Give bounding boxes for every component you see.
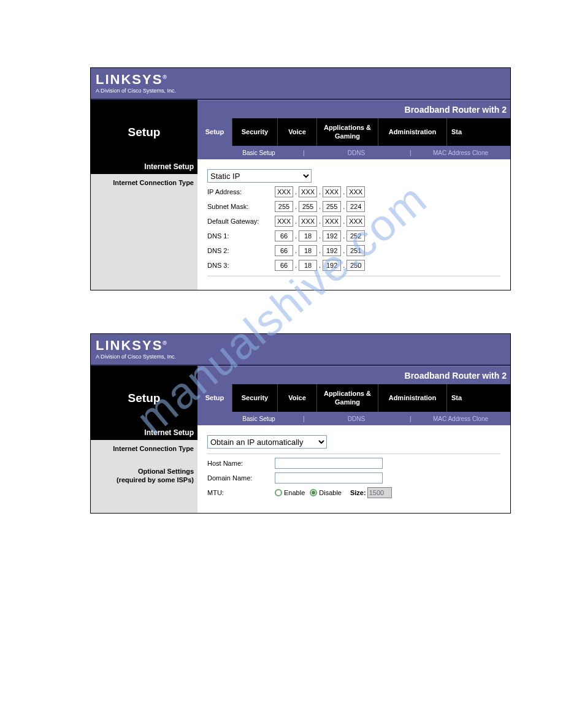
- dns2-octet-1[interactable]: [275, 245, 293, 256]
- main-column: Static IP IP Address: . . . Subnet Mask:: [197, 159, 510, 290]
- tab-applications-gaming[interactable]: Applications & Gaming: [316, 384, 378, 412]
- tab-applications-gaming[interactable]: Applications & Gaming: [316, 118, 378, 146]
- tab-status-truncated[interactable]: Sta: [446, 384, 466, 412]
- brand-subtitle: A Division of Cisco Systems, Inc.: [96, 354, 176, 360]
- dns2-octet-3[interactable]: [323, 245, 341, 256]
- label-connection-type: Internet Connection Type: [91, 174, 197, 189]
- divider-line: [207, 453, 500, 454]
- dns2-octet-4[interactable]: [347, 245, 365, 256]
- label-required-by-isps: (required by some ISPs): [91, 476, 197, 484]
- side-column: Internet Setup Internet Connection Type: [91, 159, 197, 290]
- dns3-octet-3[interactable]: [323, 260, 341, 271]
- label-optional-settings: Optional Settings: [91, 467, 197, 476]
- label-domain-name: Domain Name:: [207, 474, 275, 482]
- dns2-octet-2[interactable]: [299, 245, 317, 256]
- ip-address-octet-4[interactable]: [347, 186, 365, 197]
- label-dns1: DNS 1:: [207, 232, 275, 240]
- domain-name-input[interactable]: [275, 472, 383, 483]
- gateway-octet-1[interactable]: [275, 216, 293, 227]
- page-title: Setup: [91, 384, 197, 412]
- subnet-mask-octet-4[interactable]: [347, 201, 365, 212]
- label-subnet-mask: Subnet Mask:: [207, 203, 275, 210]
- dns1-octet-1[interactable]: [275, 230, 293, 241]
- brand-logo: LINKSYS® A Division of Cisco Systems, In…: [96, 339, 176, 360]
- subnav-spacer: [91, 412, 197, 425]
- tab-setup[interactable]: Setup: [197, 384, 232, 412]
- model-spacer: [91, 366, 197, 384]
- dns3-octet-4[interactable]: [347, 260, 365, 271]
- subnav-mac-clone[interactable]: MAC Address Clone: [411, 415, 510, 422]
- mtu-enable-label: Enable: [284, 489, 305, 496]
- radio-icon: [310, 489, 317, 496]
- host-name-input[interactable]: [275, 458, 383, 469]
- mtu-size-label: Size:: [350, 489, 366, 496]
- main-tabs: Setup Security Voice Applications & Gami…: [197, 384, 510, 412]
- router-panel-static-ip: LINKSYS® A Division of Cisco Systems, In…: [90, 67, 511, 290]
- brand-logo: LINKSYS® A Division of Cisco Systems, In…: [96, 73, 176, 94]
- subnav-ddns[interactable]: DDNS: [304, 415, 408, 422]
- mtu-size-input[interactable]: [367, 487, 392, 498]
- dns3-octet-2[interactable]: [299, 260, 317, 271]
- subnav: Basic Setup | DDNS | MAC Address Clone: [197, 146, 510, 159]
- subnet-mask-octet-3[interactable]: [323, 201, 341, 212]
- label-host-name: Host Name:: [207, 460, 275, 467]
- gateway-octet-4[interactable]: [347, 216, 365, 227]
- mtu-disable-label: Disable: [319, 489, 342, 496]
- label-dns2: DNS 2:: [207, 247, 275, 254]
- radio-icon: [275, 489, 282, 496]
- tab-status-truncated[interactable]: Sta: [446, 118, 466, 146]
- internet-connection-type-select[interactable]: Obtain an IP automatically: [207, 435, 327, 449]
- router-panel-dhcp: LINKSYS® A Division of Cisco Systems, In…: [90, 333, 511, 514]
- tab-voice[interactable]: Voice: [277, 384, 316, 412]
- model-title: Broadband Router with 2: [197, 366, 510, 384]
- dns3-octet-1[interactable]: [275, 260, 293, 271]
- mtu-disable-radio[interactable]: Disable: [310, 489, 342, 496]
- subnav-spacer: [91, 146, 197, 159]
- brand-subtitle: A Division of Cisco Systems, Inc.: [96, 88, 176, 94]
- subnav: Basic Setup | DDNS | MAC Address Clone: [197, 412, 510, 425]
- dns1-octet-4[interactable]: [347, 230, 365, 241]
- subnav-mac-clone[interactable]: MAC Address Clone: [411, 150, 510, 156]
- tab-administration[interactable]: Administration: [378, 118, 446, 146]
- tab-security[interactable]: Security: [232, 384, 277, 412]
- tab-setup[interactable]: Setup: [197, 118, 232, 146]
- header-bar: LINKSYS® A Division of Cisco Systems, In…: [91, 68, 510, 100]
- tab-security[interactable]: Security: [232, 118, 277, 146]
- label-dns3: DNS 3:: [207, 262, 275, 269]
- brand-name: LINKSYS®: [96, 339, 176, 352]
- subnet-mask-octet-1[interactable]: [275, 201, 293, 212]
- dns1-octet-2[interactable]: [299, 230, 317, 241]
- brand-name: LINKSYS®: [96, 73, 176, 86]
- gateway-octet-2[interactable]: [299, 216, 317, 227]
- gateway-octet-3[interactable]: [323, 216, 341, 227]
- subnav-basic-setup[interactable]: Basic Setup: [216, 415, 302, 422]
- label-mtu: MTU:: [207, 489, 275, 496]
- tab-voice[interactable]: Voice: [277, 118, 316, 146]
- page-title: Setup: [91, 118, 197, 146]
- tab-administration[interactable]: Administration: [378, 384, 446, 412]
- divider-line: [207, 276, 500, 276]
- ip-address-octet-3[interactable]: [323, 186, 341, 197]
- ip-address-octet-1[interactable]: [275, 186, 293, 197]
- model-spacer: [91, 100, 197, 118]
- side-column: Internet Setup Internet Connection Type …: [91, 425, 197, 513]
- section-header-internet-setup: Internet Setup: [91, 425, 197, 440]
- dns1-octet-3[interactable]: [323, 230, 341, 241]
- subnav-ddns[interactable]: DDNS: [304, 150, 408, 156]
- model-title: Broadband Router with 2: [197, 100, 510, 118]
- label-connection-type: Internet Connection Type: [91, 440, 197, 455]
- mtu-enable-radio[interactable]: Enable: [275, 489, 305, 496]
- subnet-mask-octet-2[interactable]: [299, 201, 317, 212]
- internet-connection-type-select[interactable]: Static IP: [207, 169, 312, 183]
- main-column: Obtain an IP automatically Host Name: Do…: [197, 425, 510, 513]
- main-tabs: Setup Security Voice Applications & Gami…: [197, 118, 510, 146]
- ip-address-octet-2[interactable]: [299, 186, 317, 197]
- header-bar: LINKSYS® A Division of Cisco Systems, In…: [91, 334, 510, 366]
- subnav-basic-setup[interactable]: Basic Setup: [216, 150, 302, 156]
- label-default-gateway: Default Gateway:: [207, 218, 275, 225]
- label-ip-address: IP Address:: [207, 188, 275, 195]
- section-header-internet-setup: Internet Setup: [91, 159, 197, 174]
